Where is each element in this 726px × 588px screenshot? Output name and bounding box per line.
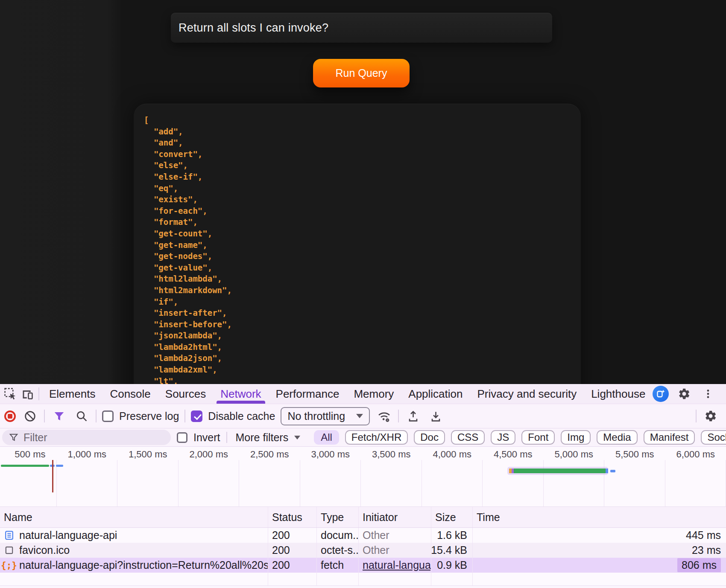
close-icon[interactable] (723, 385, 726, 402)
filter-chip-manifest[interactable]: Manifest (644, 430, 695, 445)
size-cell: 15.4 kB (431, 543, 473, 558)
initiator-cell: Other (359, 528, 431, 543)
network-overview: 500 ms 1,000 ms 1,500 ms 2,000 ms 2,500 … (0, 447, 726, 506)
preserve-log-checkbox[interactable] (102, 410, 114, 422)
tab-performance[interactable]: Performance (269, 384, 347, 404)
network-settings-gear-icon[interactable] (702, 408, 719, 425)
filter-chip-doc[interactable]: Doc (414, 430, 445, 445)
file-icon (3, 545, 15, 556)
throttling-value: No throttling (287, 410, 345, 422)
run-query-button[interactable]: Run Query (313, 59, 410, 87)
tab-application[interactable]: Application (401, 384, 470, 404)
query-input[interactable]: Return all slots I can invoke? (171, 13, 552, 43)
load-event-line (52, 460, 53, 492)
filter-funnel-icon[interactable] (50, 408, 67, 425)
filter-chip-socket[interactable]: Socket (701, 430, 726, 445)
initiator-link[interactable]: natural-language- (363, 559, 431, 571)
gear-icon[interactable] (676, 385, 693, 402)
filter-chip-js[interactable]: JS (491, 430, 515, 445)
filter-chip-all[interactable]: All (314, 430, 339, 445)
export-har-icon[interactable] (427, 408, 444, 425)
time-cell: 806 ms (473, 558, 726, 573)
kebab-menu-icon[interactable] (700, 385, 717, 402)
tab-lighthouse[interactable]: Lighthouse (584, 384, 653, 404)
tick-label: 4,000 ms (433, 449, 472, 460)
filter-chip-font[interactable]: Font (521, 430, 555, 445)
request-name: natural-language-api (19, 529, 117, 541)
divider (226, 432, 227, 443)
code-line: "get-value", (144, 262, 581, 274)
tab-memory[interactable]: Memory (346, 384, 401, 404)
filter-chip-img[interactable]: Img (561, 430, 591, 445)
request-bar[interactable] (610, 470, 615, 472)
status-cell: 200 (268, 528, 317, 543)
status-cell: 200 (268, 558, 317, 573)
inspect-icon[interactable] (2, 385, 19, 402)
app-page: Return all slots I can invoke? Run Query… (0, 0, 726, 384)
network-filter-row: Invert More filters All Fetch/XHR Doc CS… (0, 428, 726, 447)
divider (38, 387, 39, 400)
column-header-initiator[interactable]: Initiator (359, 507, 431, 527)
filter-input[interactable] (23, 431, 152, 444)
tab-sources[interactable]: Sources (158, 384, 213, 404)
disable-cache-checkbox[interactable] (191, 410, 202, 422)
filter-chip-media[interactable]: Media (597, 430, 637, 445)
record-icon[interactable] (4, 410, 16, 422)
divider (696, 410, 697, 422)
tick-label: 6,000 ms (676, 449, 715, 460)
code-line: [ (144, 114, 581, 126)
devtools-tabbar: Elements Console Sources Network Perform… (0, 384, 726, 404)
tab-console[interactable]: Console (102, 384, 158, 404)
tick-label: 1,500 ms (129, 449, 167, 460)
search-icon[interactable] (73, 408, 90, 425)
code-line: "else-if", (144, 171, 581, 183)
divider (96, 410, 97, 422)
table-row-selected[interactable]: {;} natural-language-api?instruction=Ret… (0, 558, 726, 573)
column-header-status[interactable]: Status (268, 507, 317, 527)
device-toolbar-icon[interactable] (19, 385, 36, 402)
tab-elements[interactable]: Elements (42, 384, 102, 404)
request-name: natural-language-api?instruction=Return%… (19, 559, 268, 571)
filter-chip-css[interactable]: CSS (451, 430, 485, 445)
invert-checkbox[interactable] (177, 432, 187, 443)
invert-label: Invert (193, 431, 220, 444)
code-line: "and", (144, 137, 581, 148)
code-line: "html2markdown", (144, 285, 581, 296)
code-line: "eq", (144, 183, 581, 194)
disable-cache-label: Disable cache (208, 410, 275, 422)
code-line: "if", (144, 296, 581, 308)
table-row[interactable]: natural-language-api 200 docum... Other … (0, 528, 726, 543)
divider (398, 410, 399, 422)
tab-privacy-and-security[interactable]: Privacy and security (470, 384, 584, 404)
column-header-type[interactable]: Type (317, 507, 359, 527)
throttling-select[interactable]: No throttling (281, 407, 370, 425)
import-har-icon[interactable] (404, 408, 422, 425)
table-row[interactable]: favicon.ico 200 octet-s... Other 15.4 kB… (0, 543, 726, 558)
filter-funnel-icon (9, 433, 18, 442)
code-line: "get-nodes", (144, 250, 581, 262)
chevron-down-icon (356, 414, 363, 418)
table-empty-area (0, 573, 726, 585)
filter-input-pill[interactable] (2, 430, 171, 445)
column-header-name[interactable]: Name (0, 507, 268, 527)
type-cell: docum... (317, 528, 359, 543)
ai-assistant-icon[interactable] (653, 386, 669, 402)
clear-icon[interactable] (21, 408, 38, 425)
screen: Return all slots I can invoke? Run Query… (0, 0, 726, 588)
request-bar-segment-download[interactable] (606, 469, 608, 473)
request-bar[interactable] (514, 469, 606, 473)
preserve-log-label: Preserve log (119, 410, 179, 422)
filter-chip-fetch-xhr[interactable]: Fetch/XHR (345, 430, 408, 445)
request-bar[interactable] (56, 465, 63, 467)
column-header-size[interactable]: Size (431, 507, 473, 527)
chevron-down-icon (294, 436, 300, 440)
code-line: "lt", (144, 376, 581, 384)
request-bar[interactable] (1, 465, 49, 467)
column-header-time[interactable]: Time (473, 507, 726, 527)
network-conditions-icon[interactable] (375, 408, 392, 425)
tab-network[interactable]: Network (213, 384, 268, 404)
more-filters-button[interactable]: More filters (236, 431, 289, 444)
code-line: "insert-before", (144, 319, 581, 330)
document-icon (3, 530, 15, 541)
code-line: "insert-after", (144, 307, 581, 319)
